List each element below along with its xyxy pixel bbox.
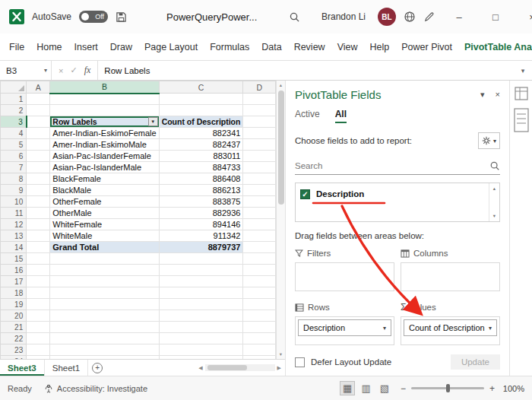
- formula-input[interactable]: Row Labels: [98, 61, 514, 80]
- cell-A10[interactable]: [27, 196, 50, 208]
- search-input[interactable]: [295, 161, 486, 170]
- cell-C5[interactable]: 882437: [159, 139, 243, 151]
- cell-D2[interactable]: [243, 105, 276, 116]
- zoom-in-button[interactable]: +: [489, 383, 495, 394]
- cell-A1[interactable]: [27, 94, 50, 105]
- row-header-16[interactable]: 16: [1, 265, 27, 276]
- cancel-icon[interactable]: ×: [59, 66, 63, 75]
- ribbon-tab-insert[interactable]: Insert: [68, 33, 104, 61]
- scroll-down-icon[interactable]: ▾: [493, 213, 496, 219]
- cell-C20[interactable]: [159, 310, 243, 322]
- row-header-21[interactable]: 21: [1, 322, 27, 333]
- row-header-6[interactable]: 6: [1, 151, 27, 162]
- cell-D11[interactable]: [243, 208, 276, 219]
- page-break-view-icon[interactable]: ▧: [378, 382, 391, 395]
- sheet-tab-sheet1[interactable]: Sheet1: [45, 360, 88, 376]
- horizontal-scrollbar[interactable]: ◀ ▶: [195, 360, 285, 376]
- cell-A23[interactable]: [27, 344, 50, 356]
- excel-logo-icon[interactable]: [9, 9, 24, 24]
- row-header-7[interactable]: 7: [1, 162, 27, 173]
- hscroll-thumb[interactable]: [207, 365, 247, 370]
- cell-D18[interactable]: [243, 287, 276, 299]
- ribbon-tab-data[interactable]: Data: [255, 33, 287, 61]
- ribbon-tab-power-pivot[interactable]: Power Pivot: [395, 33, 458, 61]
- enter-check-icon[interactable]: ✓: [70, 65, 77, 75]
- search-icon[interactable]: [289, 11, 300, 23]
- cell-B18[interactable]: [50, 287, 159, 299]
- zoom-slider-knob[interactable]: [446, 384, 450, 392]
- cell-D10[interactable]: [243, 196, 276, 208]
- cell-D6[interactable]: [243, 151, 276, 162]
- column-header-a[interactable]: A: [27, 81, 50, 94]
- cell-B20[interactable]: [50, 310, 159, 322]
- cell-A20[interactable]: [27, 310, 50, 322]
- cell-D12[interactable]: [243, 219, 276, 230]
- row-header-12[interactable]: 12: [1, 219, 27, 230]
- cell-B4[interactable]: Amer-Indian-EskimoFemale: [50, 128, 159, 139]
- cell-A18[interactable]: [27, 287, 50, 299]
- vscroll-thumb[interactable]: [278, 90, 284, 205]
- cell-D8[interactable]: [243, 173, 276, 185]
- vertical-scrollbar[interactable]: ▴ ▾: [276, 81, 285, 359]
- scroll-right-icon[interactable]: ▶: [277, 365, 281, 371]
- row-header-3[interactable]: 3: [1, 116, 27, 128]
- globe-icon[interactable]: [404, 11, 416, 23]
- cell-C15[interactable]: [159, 253, 243, 265]
- cell-B15[interactable]: [50, 253, 159, 265]
- cell-B19[interactable]: [50, 299, 159, 310]
- filter-dropdown-button[interactable]: ▼: [148, 117, 158, 126]
- cell-D14[interactable]: [243, 242, 276, 253]
- cell-D19[interactable]: [243, 299, 276, 310]
- cell-B23[interactable]: [50, 344, 159, 356]
- ribbon-tab-file[interactable]: File: [3, 33, 30, 61]
- cell-A11[interactable]: [27, 208, 50, 219]
- column-header-b[interactable]: B: [50, 81, 159, 94]
- cell-D4[interactable]: [243, 128, 276, 139]
- cell-C9[interactable]: 886213: [159, 185, 243, 196]
- cell-C7[interactable]: 884733: [159, 162, 243, 173]
- cell-C3[interactable]: Count of Description: [159, 116, 243, 128]
- formula-bar-expand-icon[interactable]: ▾: [514, 61, 532, 80]
- cell-D7[interactable]: [243, 162, 276, 173]
- save-icon[interactable]: [116, 11, 127, 23]
- cell-B11[interactable]: OtherMale: [50, 208, 159, 219]
- cell-A16[interactable]: [27, 265, 50, 276]
- row-header-18[interactable]: 18: [1, 287, 27, 299]
- cell-D5[interactable]: [243, 139, 276, 151]
- zoom-level[interactable]: 100%: [500, 384, 524, 393]
- row-header-20[interactable]: 20: [1, 310, 27, 322]
- close-button[interactable]: ×: [520, 11, 532, 23]
- area-chip-description[interactable]: Description▾: [298, 319, 391, 336]
- name-box[interactable]: B3 ▾: [0, 61, 52, 80]
- cell-C23[interactable]: [159, 344, 243, 356]
- pane-close-icon[interactable]: ×: [496, 90, 500, 100]
- cell-B2[interactable]: [50, 105, 159, 116]
- pane-switcher-sheet-icon[interactable]: [514, 108, 529, 132]
- normal-view-icon[interactable]: ▦: [340, 382, 354, 395]
- cell-D17[interactable]: [243, 276, 276, 287]
- cell-D13[interactable]: [243, 230, 276, 242]
- zoom-out-button[interactable]: −: [401, 383, 406, 394]
- column-header-d[interactable]: D: [243, 81, 276, 94]
- cell-A5[interactable]: [27, 139, 50, 151]
- ribbon-tab-review[interactable]: Review: [288, 33, 331, 61]
- search-box[interactable]: [295, 157, 500, 175]
- cell-C4[interactable]: 882341: [159, 128, 243, 139]
- minimize-button[interactable]: –: [447, 11, 471, 23]
- cell-C10[interactable]: 883875: [159, 196, 243, 208]
- filters-area-box[interactable]: [295, 262, 394, 291]
- cell-B21[interactable]: [50, 322, 159, 333]
- avatar[interactable]: BL: [378, 8, 396, 26]
- cell-C16[interactable]: [159, 265, 243, 276]
- cell-C13[interactable]: 911342: [159, 230, 243, 242]
- cell-D22[interactable]: [243, 333, 276, 344]
- field-item-description[interactable]: ✓Description: [300, 188, 484, 200]
- ribbon-tab-pivottable-analyze[interactable]: PivotTable Analyze: [458, 33, 532, 61]
- tab-all[interactable]: All: [335, 109, 347, 123]
- cell-C12[interactable]: 894146: [159, 219, 243, 230]
- row-header-15[interactable]: 15: [1, 253, 27, 265]
- scroll-up-icon[interactable]: ▴: [493, 186, 496, 192]
- row-header-19[interactable]: 19: [1, 299, 27, 310]
- update-button[interactable]: Update: [451, 354, 500, 370]
- cell-D16[interactable]: [243, 265, 276, 276]
